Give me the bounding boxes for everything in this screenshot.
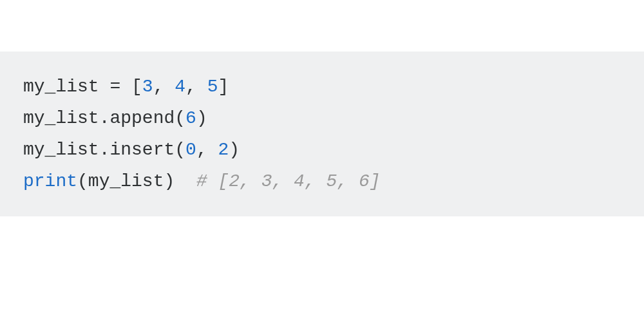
variable-name: my_list [23,108,99,128]
right-paren: ) [196,108,207,128]
variable-name: my_list [23,77,99,97]
code-line-2: my_list.append(6) [23,102,621,134]
number-literal: 5 [207,77,218,97]
dot: . [99,140,110,160]
left-paren: ( [175,108,185,128]
code-block: my_list = [3, 4, 5] my_list.append(6) my… [0,52,644,216]
number-literal: 6 [185,108,196,128]
dot: . [99,108,110,128]
right-paren: ) [164,171,175,191]
method-name: insert [109,140,175,160]
code-line-4: print(my_list) # [2, 3, 4, 5, 6] [23,166,621,197]
spaces [175,171,196,191]
right-bracket: ] [218,77,229,97]
code-line-3: my_list.insert(0, 2) [23,134,621,166]
assignment-operator: = [99,77,131,97]
method-name: append [109,108,175,128]
comma: , [153,77,175,97]
comma: , [196,140,218,160]
left-bracket: [ [131,77,142,97]
comment: # [2, 3, 4, 5, 6] [196,171,381,191]
number-literal: 3 [142,77,153,97]
left-paren: ( [77,171,88,191]
comma: , [185,77,207,97]
right-paren: ) [229,140,240,160]
builtin-function: print [23,171,77,191]
number-literal: 2 [218,140,229,160]
left-paren: ( [175,140,185,160]
number-literal: 0 [185,140,196,160]
variable-name: my_list [23,140,99,160]
number-literal: 4 [175,77,185,97]
code-line-1: my_list = [3, 4, 5] [23,71,621,102]
variable-name: my_list [88,171,164,191]
